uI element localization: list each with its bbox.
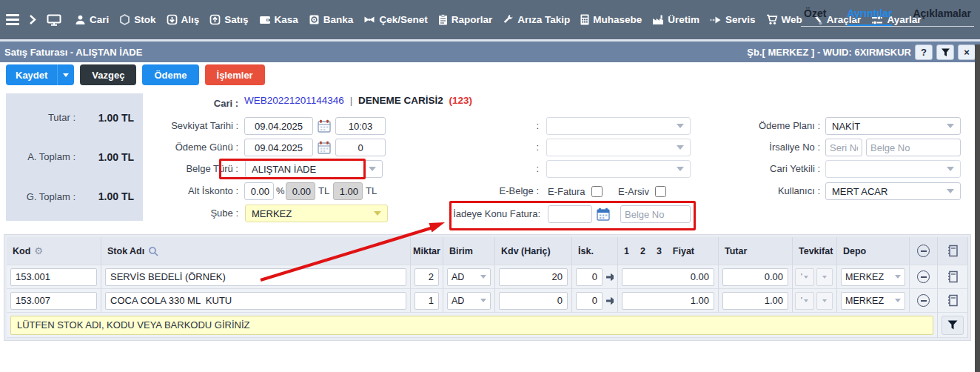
stok-search-input[interactable]: [10, 316, 933, 335]
nav-item-kasa[interactable]: Kasa: [259, 14, 298, 25]
chevron-down-icon: [374, 211, 381, 216]
save-dropdown-caret[interactable]: [58, 64, 74, 85]
sevkiyat-time-input[interactable]: [335, 117, 386, 135]
search-icon[interactable]: [148, 246, 158, 256]
iade-belge-no-input[interactable]: [620, 205, 691, 223]
tab-ozet[interactable]: Özet: [804, 7, 826, 26]
sube-dropdown[interactable]: MERKEZ: [245, 205, 388, 222]
price-level-2[interactable]: 2: [640, 246, 645, 256]
isk-input[interactable]: [576, 268, 603, 286]
tutar-input[interactable]: [722, 268, 788, 286]
tab-ayrintilar[interactable]: Ayrıntılar: [847, 7, 892, 26]
birim-value: AD: [452, 296, 464, 306]
wallet-icon: [259, 14, 271, 25]
close-button[interactable]: ×: [958, 44, 976, 60]
help-button[interactable]: ?: [915, 44, 933, 60]
nav-item-cari[interactable]: Cari: [75, 14, 109, 25]
nav-item-web[interactable]: Web: [766, 14, 802, 25]
isk-input[interactable]: [576, 292, 603, 310]
nav-item-stok[interactable]: Stok: [119, 14, 155, 25]
nav-item-alis[interactable]: Alış: [167, 14, 200, 25]
chevron-right-icon[interactable]: [29, 14, 37, 25]
nav-item-satis[interactable]: Satış: [209, 14, 248, 25]
birim-dropdown[interactable]: AD: [447, 292, 491, 310]
tevkifat-dropdown-1[interactable]: ': [795, 268, 814, 286]
alt-iskonto-tl1-input[interactable]: [286, 182, 315, 200]
arrow-right-icon[interactable]: [605, 296, 614, 305]
col-header-kdv: Kdv (Hariç): [495, 237, 572, 265]
hamburger-menu-icon[interactable]: [6, 14, 19, 25]
operations-button[interactable]: İşlemler: [205, 64, 265, 85]
tevkifat-mark: ': [801, 273, 802, 281]
nav-item-servis[interactable]: Servis: [710, 14, 756, 25]
tevkifat-dropdown-2[interactable]: [816, 292, 833, 310]
funnel-icon: [947, 319, 959, 331]
nav-item-ariza-takip[interactable]: Arıza Takip: [503, 14, 570, 25]
nav-item-uretim[interactable]: Üretim: [652, 14, 699, 25]
grid-filter-cell: [938, 313, 968, 338]
nav-item-banka[interactable]: Banka: [309, 14, 354, 25]
save-button[interactable]: Kaydet: [6, 64, 74, 85]
odeme-gunu-date-input[interactable]: [244, 139, 313, 156]
odeme-plani-dropdown[interactable]: NAKİT: [825, 117, 961, 135]
cari-code-link[interactable]: WEB20221201144346: [244, 95, 344, 106]
nav-item-cek-senet[interactable]: Çek/Senet: [363, 14, 427, 25]
payment-button[interactable]: Ödeme: [142, 64, 198, 85]
kod-input[interactable]: [10, 268, 97, 286]
tutar-input[interactable]: [722, 292, 788, 310]
depo-dropdown[interactable]: MERKEZ: [841, 292, 905, 310]
save-button-label[interactable]: Kaydet: [6, 64, 58, 85]
irsaliye-belge-no-input[interactable]: [866, 139, 961, 156]
sevkiyat-date-input[interactable]: [244, 117, 313, 135]
nav-item-raporlar[interactable]: Raporlar: [438, 14, 493, 25]
col-header-tevkifat: Tevkifat: [793, 237, 837, 265]
fiyat-input[interactable]: [622, 268, 714, 286]
price-level-3[interactable]: 3: [657, 246, 662, 256]
cancel-button[interactable]: Vazgeç: [80, 64, 136, 85]
empty-dropdown-3[interactable]: [546, 160, 691, 178]
nav-label: Satış: [224, 14, 248, 25]
tab-aciklamalar[interactable]: Açıklamalar: [913, 7, 971, 26]
price-level-1[interactable]: 1: [624, 246, 629, 256]
vertical-scrollbar[interactable]: [975, 44, 980, 372]
iade-fatura-tarih-input[interactable]: [548, 205, 592, 223]
cari-yetkili-dropdown[interactable]: [825, 160, 961, 178]
calendar-icon[interactable]: [597, 207, 610, 221]
stok-adi-input[interactable]: [105, 292, 406, 310]
notebook-icon[interactable]: [947, 270, 958, 283]
tevkifat-dropdown-1[interactable]: ': [795, 292, 814, 310]
irsaliye-seri-no-input[interactable]: [825, 139, 862, 156]
alt-iskonto-tl2-input[interactable]: [333, 182, 363, 200]
belge-turu-dropdown[interactable]: ALIŞTAN İADE: [245, 160, 383, 178]
calendar-icon[interactable]: [318, 119, 331, 133]
miktar-input[interactable]: [415, 292, 439, 310]
e-fatura-checkbox[interactable]: [591, 186, 603, 197]
alt-iskonto-percent-input[interactable]: [244, 182, 274, 200]
miktar-input[interactable]: [415, 268, 439, 286]
empty-dropdown-1[interactable]: [546, 117, 691, 135]
odeme-gunu-value-input[interactable]: [335, 139, 386, 156]
minus-circle-icon[interactable]: [917, 294, 930, 307]
nav-item-muhasebe[interactable]: Muhasebe: [580, 14, 642, 25]
notebook-icon[interactable]: [947, 245, 958, 257]
minus-circle-icon[interactable]: [917, 270, 930, 283]
stok-adi-input[interactable]: [105, 268, 406, 286]
grid-filter-button[interactable]: [942, 316, 964, 335]
minus-circle-icon[interactable]: [917, 245, 930, 257]
fiyat-input[interactable]: [622, 292, 714, 310]
kdv-input[interactable]: [499, 268, 568, 286]
calendar-icon[interactable]: [318, 141, 331, 154]
birim-dropdown[interactable]: AD: [447, 268, 491, 286]
e-arsiv-checkbox[interactable]: [655, 186, 666, 197]
kod-input[interactable]: [10, 292, 97, 310]
gear-icon[interactable]: ⚙: [34, 245, 43, 256]
tevkifat-dropdown-2[interactable]: [816, 268, 833, 286]
kullanici-dropdown[interactable]: MERT ACAR: [825, 182, 961, 200]
notebook-icon[interactable]: [947, 294, 958, 307]
monitor-icon[interactable]: [47, 14, 61, 26]
kdv-input[interactable]: [499, 292, 568, 310]
depo-dropdown[interactable]: MERKEZ: [841, 268, 905, 286]
filter-button-titlebar[interactable]: [936, 44, 954, 60]
empty-dropdown-2[interactable]: [546, 139, 691, 156]
arrow-right-icon[interactable]: [605, 273, 614, 282]
